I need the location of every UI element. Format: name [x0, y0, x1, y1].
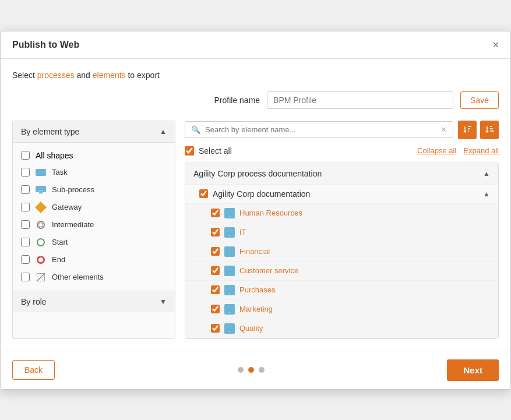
intermediate-label: Intermediate: [52, 220, 94, 229]
tree-item-checkbox[interactable]: [211, 324, 220, 333]
search-bar: 🔍 ✕: [185, 121, 453, 138]
tree-item-label: Human Resources: [239, 209, 302, 217]
tree-item-checkbox[interactable]: [211, 266, 220, 275]
tree-item-label: IT: [239, 228, 246, 237]
task-shape-icon: [36, 167, 46, 178]
select-all-checkbox[interactable]: [185, 146, 194, 156]
chevron-up-icon: ▲: [160, 128, 167, 136]
tree-item-label: Marketing: [239, 305, 273, 313]
collapse-expand-row: Collapse all Expand all: [417, 146, 499, 155]
save-button[interactable]: Save: [460, 91, 499, 109]
tree-item-icon: +: [224, 208, 235, 218]
tree-item: + IT: [185, 223, 498, 242]
list-item: Intermediate: [13, 216, 175, 234]
sort-asc-button[interactable]: [458, 121, 477, 139]
start-checkbox[interactable]: [21, 238, 30, 246]
tree-container: Agility Corp process documentation ▲ Agi…: [185, 163, 499, 339]
other-shape-icon: [36, 272, 46, 283]
list-item: Other elements: [13, 269, 175, 286]
gateway-checkbox[interactable]: [21, 203, 30, 211]
expand-all-button[interactable]: Expand all: [463, 146, 499, 155]
modal-footer: Back Next: [1, 351, 510, 389]
subprocess-label: Sub-process: [52, 185, 94, 194]
modal-body: Select processes and elements to export …: [1, 59, 510, 351]
tree-item-checkbox[interactable]: [211, 209, 220, 217]
sort-desc-button[interactable]: [480, 121, 499, 139]
list-item: Task: [13, 164, 175, 181]
list-item: Gateway: [13, 199, 175, 216]
subprocess-shape-icon: +: [36, 185, 46, 195]
clear-icon[interactable]: ✕: [440, 125, 447, 134]
profile-input[interactable]: [267, 91, 453, 109]
publish-to-web-modal: Publish to Web × Select processes and el…: [0, 31, 511, 390]
task-checkbox[interactable]: [21, 168, 30, 177]
svg-text:+: +: [229, 310, 231, 313]
tree-item-checkbox[interactable]: [211, 247, 220, 256]
tree-group: Agility Corp process documentation ▲ Agi…: [185, 163, 498, 338]
sort-buttons: [458, 121, 499, 139]
svg-line-4: [37, 273, 45, 281]
subtitle: Select processes and elements to export: [12, 70, 499, 80]
tree-subgroup: Agility Corp documentation ▲ + Human Res…: [185, 185, 498, 338]
select-all-label: Select all: [199, 146, 232, 156]
back-button[interactable]: Back: [12, 360, 55, 380]
tree-item: + Quality: [185, 319, 498, 338]
select-all-left: Select all: [185, 146, 232, 156]
tree-item-icon: +: [224, 304, 235, 315]
profile-row: Profile name Save: [12, 91, 499, 109]
other-checkbox[interactable]: [21, 273, 30, 281]
subgroup-checkbox[interactable]: [199, 189, 208, 198]
tree-item-icon: +: [224, 323, 235, 334]
tree-item: + Human Resources: [185, 204, 498, 223]
intermediate-checkbox[interactable]: [21, 220, 30, 229]
left-panel: By element type ▲ All shapes: [12, 121, 175, 339]
subprocess-checkbox[interactable]: [21, 185, 30, 194]
by-role-label: By role: [21, 297, 47, 306]
svg-text:+: +: [229, 291, 231, 294]
next-button[interactable]: Next: [447, 359, 499, 381]
tree-item-icon: +: [224, 227, 235, 238]
select-all-row: Select all Collapse all Expand all: [185, 145, 499, 157]
close-button[interactable]: ×: [492, 40, 499, 50]
tree-item-label: Quality: [239, 324, 263, 333]
list-item: All shapes: [13, 147, 175, 164]
tree-group-label: Agility Corp process documentation: [193, 169, 322, 178]
collapse-all-button[interactable]: Collapse all: [417, 146, 456, 155]
list-item: End: [13, 251, 175, 269]
svg-text:+: +: [229, 253, 231, 255]
tree-item-label: Purchases: [239, 285, 275, 294]
end-label: End: [52, 255, 65, 264]
end-checkbox[interactable]: [21, 255, 30, 264]
svg-text:+: +: [229, 330, 231, 332]
tree-item-checkbox[interactable]: [211, 285, 220, 294]
end-shape-icon: [36, 255, 46, 265]
tree-item-checkbox[interactable]: [211, 228, 220, 237]
modal-header: Publish to Web ×: [1, 31, 510, 59]
tree-group-header[interactable]: Agility Corp process documentation ▲: [185, 163, 498, 185]
search-icon: 🔍: [191, 125, 200, 134]
tree-item-checkbox[interactable]: [211, 305, 220, 313]
element-type-label: By element type: [21, 127, 79, 136]
subtitle-processes: processes: [37, 70, 75, 80]
all-shapes-checkbox[interactable]: [21, 151, 30, 160]
dot-2-active: [248, 367, 254, 373]
subtitle-elements: elements: [93, 70, 126, 80]
element-label: All shapes: [36, 151, 73, 160]
tree-item-label: Customer service: [239, 266, 298, 275]
content-area: By element type ▲ All shapes: [12, 121, 499, 339]
start-label: Start: [52, 238, 68, 246]
search-sort-row: 🔍 ✕: [185, 121, 499, 139]
modal-title: Publish to Web: [12, 40, 79, 50]
tree-subgroup-chevron-up-icon: ▲: [483, 190, 490, 198]
dot-3: [259, 367, 265, 373]
tree-item-icon: +: [224, 285, 235, 295]
element-type-header: By element type ▲: [13, 121, 175, 143]
tree-item: + Financial: [185, 242, 498, 262]
svg-text:+: +: [229, 214, 231, 217]
svg-text:+: +: [40, 191, 42, 194]
by-role-section[interactable]: By role ▼: [13, 291, 175, 312]
element-list: All shapes Task: [13, 143, 175, 291]
tree-item: + Marketing: [185, 300, 498, 319]
search-input[interactable]: [205, 125, 436, 134]
svg-text:+: +: [229, 234, 231, 236]
